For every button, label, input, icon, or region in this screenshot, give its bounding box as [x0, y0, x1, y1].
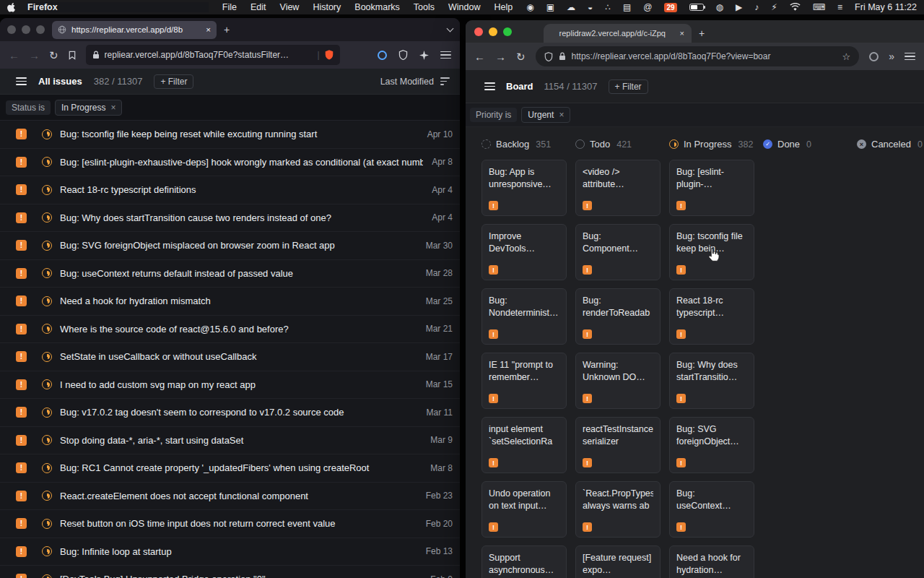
wifi-icon[interactable] [790, 3, 801, 12]
brave-shield-icon[interactable] [325, 50, 334, 60]
issue-row[interactable]: ! Bug: Why does startTransition cause tw… [0, 204, 460, 233]
zoom-button[interactable] [503, 27, 512, 36]
issue-row[interactable]: ! [DevTools Bug] Unsupported Bridge oper… [0, 566, 460, 578]
record-icon[interactable]: ◉ [526, 2, 533, 12]
bookmark-icon[interactable] [68, 51, 77, 60]
volume-icon[interactable]: ♪ [754, 2, 759, 12]
display-icon[interactable]: ▤ [623, 2, 631, 12]
mention-icon[interactable]: @ [643, 2, 652, 12]
shield-icon[interactable] [398, 50, 408, 60]
badge-29[interactable]: 29 [664, 3, 676, 12]
menu-icon[interactable] [440, 51, 451, 59]
sidebar-toggle-icon[interactable] [16, 77, 27, 85]
board-card[interactable]: Support asynchronous… ! [481, 545, 567, 578]
board-card[interactable]: Bug: useContext… ! [669, 481, 754, 538]
issue-row[interactable]: ! React 18-rc typescript definitions Apr… [0, 176, 460, 204]
battery-icon[interactable] [689, 4, 704, 11]
reload-button[interactable]: ↻ [49, 50, 58, 61]
issue-row[interactable]: ! Bug: RC1 Cannot create property '_upda… [0, 454, 460, 483]
reload-button[interactable]: ↻ [516, 51, 526, 62]
menu-tools[interactable]: Tools [414, 2, 435, 12]
zoom-button[interactable] [36, 25, 45, 34]
overflow-icon[interactable]: » [889, 51, 894, 62]
column-header[interactable]: Backlog 351 [481, 139, 567, 150]
board-card[interactable]: IE 11 "prompt to remember… ! [481, 353, 567, 409]
address-bar[interactable]: repliear.vercel.app/d/8bTaoq7F0e?statusF… [86, 45, 340, 65]
board-card[interactable]: Bug: [eslint-plugin-… ! [669, 160, 754, 216]
issue-row[interactable]: ! Reset button on iOS time input does no… [0, 510, 460, 538]
board-card[interactable]: Bug: SVG foreignObject… ! [669, 417, 754, 473]
sort-control[interactable]: Last Modified [380, 77, 450, 87]
board-card[interactable]: Warning: Unknown DO… ! [575, 353, 661, 409]
board-card[interactable]: Bug: tsconfig file keep bein… ! [669, 224, 754, 280]
board-card[interactable]: Bug: Component… ! [575, 224, 661, 280]
issue-row[interactable]: ! Bug: [eslint-plugin-exhaustive-deps] h… [0, 149, 460, 177]
new-tab-button[interactable]: + [699, 27, 705, 39]
filter-field-chip[interactable]: Priority is [470, 108, 517, 122]
menubar-clock[interactable]: Fri May 6 11:22 [855, 2, 917, 12]
play-icon[interactable]: ▶ [736, 2, 742, 12]
browser-tab[interactable]: https://repliear.vercel.app/d/8b × [52, 21, 217, 39]
control-center-icon[interactable]: ≡ [837, 2, 842, 12]
add-filter-button[interactable]: + Filter [154, 74, 193, 89]
container-badge-icon[interactable] [378, 51, 387, 60]
issue-row[interactable]: ! Bug: Infinite loop at startup Feb 13 [0, 538, 460, 566]
minimize-button[interactable] [489, 27, 497, 36]
remove-filter-icon[interactable]: × [559, 110, 564, 120]
forward-button[interactable]: → [495, 51, 506, 62]
back-button[interactable]: ← [9, 50, 19, 61]
cloud-icon[interactable]: ☁ [567, 2, 575, 12]
issue-row[interactable]: ! Where is the source code of react@15.6… [0, 316, 460, 344]
list-tabs-icon[interactable] [447, 25, 454, 33]
issue-row[interactable]: ! Bug: SVG foreignObject misplaced on br… [0, 232, 460, 260]
menu-firefox[interactable]: Firefox [27, 2, 209, 12]
paw-icon[interactable]: ∴ [605, 2, 611, 12]
keyboard-icon[interactable]: ⌨ [813, 2, 825, 12]
charge-icon[interactable]: ⚡ [771, 2, 777, 12]
add-filter-button[interactable]: + Filter [609, 79, 648, 94]
close-button[interactable] [7, 25, 16, 34]
video-icon[interactable]: ▣ [546, 2, 554, 12]
column-header[interactable]: Done 0 [763, 139, 848, 150]
forward-button[interactable]: → [29, 50, 40, 61]
board-card[interactable]: <video /> attribute… ! [575, 160, 661, 216]
menu-view[interactable]: View [280, 2, 300, 12]
filter-value-chip[interactable]: Urgent × [521, 107, 570, 123]
sidebar-toggle-icon[interactable] [484, 82, 495, 90]
board-card[interactable]: reactTestInstance serializer ! [575, 417, 661, 473]
minimize-button[interactable] [22, 25, 30, 34]
column-header[interactable]: Todo 421 [575, 139, 661, 150]
board-card[interactable]: Bug: App is unresponsive… ! [481, 160, 567, 216]
filter-value-chip[interactable]: In Progress × [55, 100, 122, 116]
new-tab-button[interactable]: + [224, 25, 230, 35]
extensions-icon[interactable] [419, 51, 429, 60]
beverage-icon[interactable]: ◒ [588, 2, 593, 12]
apple-icon[interactable] [7, 2, 16, 12]
board-card[interactable]: Bug: Nondeterminist… ! [481, 288, 567, 345]
back-button[interactable]: ← [474, 51, 485, 62]
tab-close-icon[interactable]: × [680, 29, 684, 38]
column-header[interactable]: In Progress 382 [669, 139, 754, 150]
board-card[interactable]: input element `setSelectionRa ! [481, 417, 567, 473]
board-card[interactable]: Bug: renderToReadab ! [575, 288, 661, 345]
column-header[interactable]: Canceled 0 [857, 139, 924, 150]
board-card[interactable]: `React.PropTypes always warns ab ! [575, 481, 661, 538]
eject-icon[interactable]: ◍ [716, 2, 723, 12]
board-card[interactable]: React 18-rc typescript… ! [669, 288, 754, 345]
menu-edit[interactable]: Edit [250, 2, 266, 12]
extension-badge-icon[interactable] [869, 52, 879, 61]
board-card[interactable]: Undo operation on text input… ! [481, 481, 567, 538]
issue-row[interactable]: ! SetState in useCallback or without use… [0, 343, 460, 371]
issue-row[interactable]: ! Stop doing data-*, aria-*, start using… [0, 427, 460, 455]
issue-row[interactable]: ! I need to add custom svg map on my rea… [0, 371, 460, 400]
board-card[interactable]: Bug: Why does startTransitio… ! [669, 353, 754, 409]
menu-bookmarks[interactable]: Bookmarks [354, 2, 400, 12]
menu-help[interactable]: Help [494, 2, 513, 12]
browser-tab[interactable]: replidraw2.vercel.app/d/c-iZpq × [544, 24, 692, 43]
tab-close-icon[interactable]: × [206, 25, 211, 34]
issue-row[interactable]: ! Bug: useContext returns default instea… [0, 260, 460, 288]
menu-window[interactable]: Window [448, 2, 480, 12]
remove-filter-icon[interactable]: × [110, 103, 116, 113]
board-card[interactable]: [Feature request] expo… ! [575, 545, 661, 578]
menu-history[interactable]: History [313, 2, 341, 12]
